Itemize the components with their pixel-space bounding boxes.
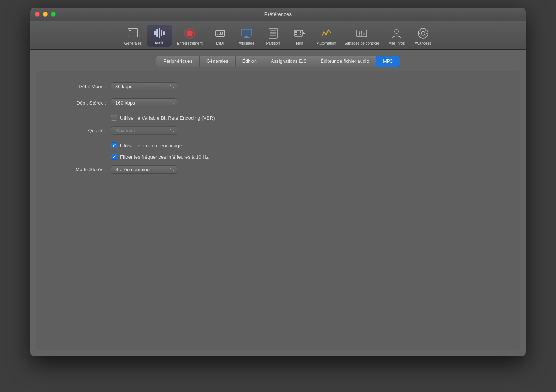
svg-rect-33 xyxy=(300,34,301,35)
svg-rect-22 xyxy=(269,28,277,38)
svg-rect-41 xyxy=(359,33,360,34)
meilleur-encodage-row: Utiliser le meilleur encodage xyxy=(111,142,504,148)
toolbar-label-automation: Automation xyxy=(317,41,336,45)
debit-mono-label: Débit Mono : xyxy=(52,84,106,89)
svg-marker-29 xyxy=(303,31,305,35)
debit-mono-select[interactable]: 80 kbps 128 kbps 192 kbps xyxy=(111,82,177,91)
tab-editeur[interactable]: Éditeur de fichier audio xyxy=(314,56,376,67)
svg-rect-43 xyxy=(364,33,365,35)
affichage-icon xyxy=(240,27,253,40)
toolbar-label-enregistrement: Enregistrement xyxy=(177,41,203,45)
svg-rect-17 xyxy=(221,32,222,34)
toolbar: Générales Audio E xyxy=(30,21,526,50)
mode-stereo-select-wrapper: Stéréo combiné Stéréo normale Mono xyxy=(111,165,177,174)
debit-stereo-select-wrapper: 160 kbps 128 kbps 192 kbps xyxy=(111,98,177,107)
minimize-button[interactable] xyxy=(43,12,48,17)
debit-stereo-label: Débit Stéréo : xyxy=(52,100,106,106)
window-title: Préférences xyxy=(264,11,292,17)
qualite-label: Qualité : xyxy=(52,128,106,133)
svg-line-52 xyxy=(425,36,427,37)
toolbar-item-midi[interactable]: MIDI xyxy=(207,25,233,47)
automation-icon xyxy=(320,27,333,40)
svg-rect-20 xyxy=(245,36,248,37)
svg-rect-21 xyxy=(244,37,250,38)
tab-generales[interactable]: Générales xyxy=(200,56,236,67)
debit-stereo-row: Débit Stéréo : 160 kbps 128 kbps 192 kbp… xyxy=(52,98,504,107)
toolbar-label-film: Film xyxy=(296,41,303,45)
preferences-window: Préférences Générales xyxy=(30,8,526,356)
svg-rect-4 xyxy=(156,29,158,37)
filtrer-row: Filtrer les fréquences inférieures à 10 … xyxy=(111,154,504,160)
svg-rect-42 xyxy=(361,31,362,33)
vbr-row: Utiliser le Variable Bit Rate Encoding (… xyxy=(111,115,504,121)
enregistrement-icon xyxy=(183,27,197,40)
partition-icon: ♩ xyxy=(266,27,280,40)
toolbar-label-affichage: Affichage xyxy=(239,41,255,45)
svg-rect-7 xyxy=(163,31,165,35)
toolbar-label-midi: MIDI xyxy=(216,41,224,45)
toolbar-item-generales[interactable]: Générales xyxy=(120,25,146,47)
tab-assignations[interactable]: Assignations E/S xyxy=(264,56,314,67)
toolbar-item-film[interactable]: Film xyxy=(287,25,312,47)
meilleur-encodage-label: Utiliser le meilleur encodage xyxy=(120,143,182,148)
tab-mp3[interactable]: MP3 xyxy=(376,56,400,67)
debit-stereo-select[interactable]: 160 kbps 128 kbps 192 kbps xyxy=(111,98,177,107)
toolbar-label-mesinfos: Mes infos xyxy=(389,41,405,45)
toolbar-item-enregistrement[interactable]: Enregistrement xyxy=(173,25,206,47)
svg-rect-2 xyxy=(129,30,131,31)
toolbar-item-partition[interactable]: ♩ Partition xyxy=(260,25,286,47)
meilleur-encodage-checkbox[interactable] xyxy=(111,142,117,148)
tabs-bar: Périphériques Générales Édition Assignat… xyxy=(36,56,520,67)
svg-rect-15 xyxy=(217,32,218,34)
svg-point-34 xyxy=(323,32,325,34)
svg-rect-19 xyxy=(241,29,252,36)
tab-edition[interactable]: Édition xyxy=(236,56,264,67)
svg-point-44 xyxy=(395,30,398,33)
vbr-checkbox[interactable] xyxy=(111,115,117,121)
svg-point-35 xyxy=(325,33,327,35)
svg-point-9 xyxy=(187,30,193,36)
svg-rect-28 xyxy=(294,30,303,36)
content-area: Périphériques Générales Édition Assignat… xyxy=(30,50,526,356)
svg-point-36 xyxy=(328,30,330,31)
svg-rect-14 xyxy=(222,32,223,35)
qualite-select-wrapper: Maximum xyxy=(111,126,177,135)
surfaces-icon xyxy=(355,27,369,40)
mode-stereo-label: Mode Stéréo : xyxy=(52,167,106,172)
qualite-row: Qualité : Maximum xyxy=(52,126,504,135)
toolbar-item-affichage[interactable]: Affichage xyxy=(234,25,259,47)
qualite-select[interactable]: Maximum xyxy=(111,126,177,135)
toolbar-label-surfaces: Surfaces de contrôle xyxy=(344,41,379,45)
svg-rect-31 xyxy=(295,34,297,35)
toolbar-item-mesinfos[interactable]: Mes infos xyxy=(384,25,409,47)
midi-icon xyxy=(213,27,227,40)
svg-rect-16 xyxy=(219,32,220,34)
svg-point-46 xyxy=(421,31,425,35)
mp3-panel: Débit Mono : 80 kbps 128 kbps 192 kbps D… xyxy=(36,71,520,350)
vbr-label: Utiliser le Variable Bit Rate Encoding (… xyxy=(120,115,215,121)
toolbar-item-avancees[interactable]: Avancées xyxy=(410,25,436,47)
title-bar: Préférences xyxy=(30,8,526,21)
svg-rect-6 xyxy=(161,30,162,36)
debit-mono-row: Débit Mono : 80 kbps 128 kbps 192 kbps xyxy=(52,82,504,91)
toolbar-item-surfaces[interactable]: Surfaces de contrôle xyxy=(340,25,383,47)
maximize-button[interactable] xyxy=(51,12,56,17)
close-button[interactable] xyxy=(35,12,40,17)
toolbar-label-partition: Partition xyxy=(266,41,280,45)
svg-line-53 xyxy=(425,30,427,31)
tab-peripheriques[interactable]: Périphériques xyxy=(156,56,200,67)
film-icon xyxy=(293,27,306,40)
svg-text:♩: ♩ xyxy=(271,30,272,34)
toolbar-label-audio: Audio xyxy=(155,41,164,45)
toolbar-item-automation[interactable]: Automation xyxy=(313,25,340,47)
audio-icon xyxy=(153,26,166,40)
debit-mono-select-wrapper: 80 kbps 128 kbps 192 kbps xyxy=(111,82,177,91)
generales-icon xyxy=(126,27,140,40)
filtrer-checkbox[interactable] xyxy=(111,154,117,160)
svg-rect-32 xyxy=(300,31,301,33)
mode-stereo-select[interactable]: Stéréo combiné Stéréo normale Mono xyxy=(111,165,177,174)
svg-line-54 xyxy=(420,36,421,37)
toolbar-item-audio[interactable]: Audio xyxy=(147,24,172,47)
svg-rect-3 xyxy=(154,31,156,35)
toolbar-label-avancees: Avancées xyxy=(415,41,431,45)
